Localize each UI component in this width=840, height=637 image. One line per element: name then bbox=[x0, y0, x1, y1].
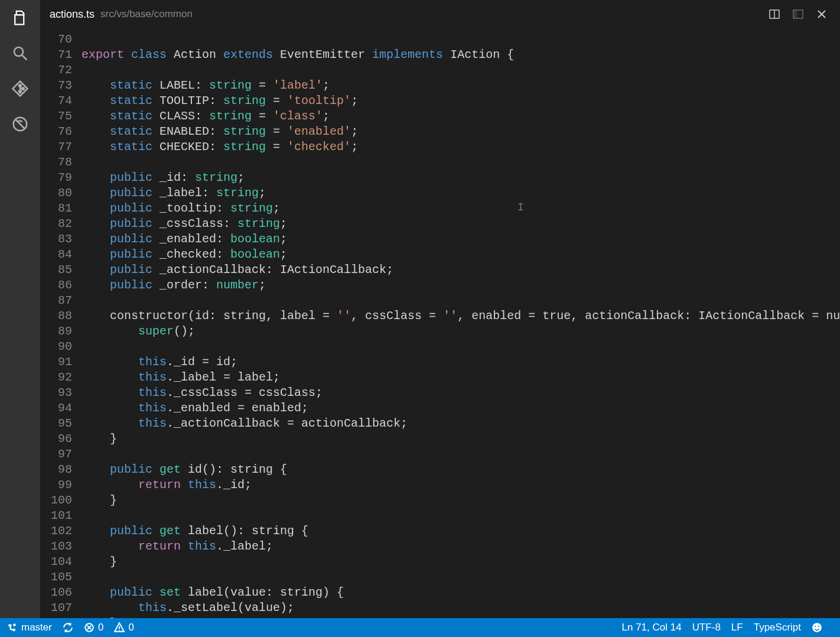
eol[interactable]: LF bbox=[731, 622, 743, 633]
error-count: 0 bbox=[98, 622, 103, 633]
toggle-sidebar-icon[interactable] bbox=[789, 5, 807, 23]
language-mode[interactable]: TypeScript bbox=[754, 622, 801, 633]
line-number-gutter: 7071727374757677787980818283848586878889… bbox=[40, 28, 82, 618]
cursor-position[interactable]: Ln 71, Col 14 bbox=[622, 622, 682, 633]
svg-point-0 bbox=[14, 47, 23, 56]
editor-title-bar: actions.ts src/vs/base/common bbox=[40, 0, 840, 28]
sync-icon[interactable] bbox=[63, 622, 73, 633]
svg-point-21 bbox=[815, 626, 816, 627]
svg-rect-12 bbox=[793, 10, 797, 18]
encoding[interactable]: UTF-8 bbox=[692, 622, 721, 633]
svg-point-20 bbox=[812, 623, 822, 632]
explorer-icon[interactable] bbox=[11, 8, 30, 27]
search-icon[interactable] bbox=[11, 44, 30, 63]
svg-point-22 bbox=[818, 626, 819, 627]
warnings-item[interactable]: 0 bbox=[114, 622, 134, 633]
git-branch-item[interactable]: master bbox=[7, 622, 52, 633]
status-bar: master 0 0 Ln 71, Col 14 UTF-8 LF TypeSc… bbox=[0, 618, 840, 637]
code-editor[interactable]: 7071727374757677787980818283848586878889… bbox=[40, 28, 840, 618]
errors-item[interactable]: 0 bbox=[84, 622, 103, 633]
code-content[interactable]: export class Action extends EventEmitter… bbox=[82, 28, 840, 618]
debug-icon[interactable] bbox=[11, 115, 30, 134]
git-icon[interactable] bbox=[11, 79, 30, 98]
close-icon[interactable] bbox=[813, 5, 831, 23]
feedback-icon[interactable] bbox=[812, 622, 822, 633]
file-name: actions.ts bbox=[50, 8, 95, 21]
warning-count: 0 bbox=[128, 622, 134, 633]
svg-point-19 bbox=[119, 630, 121, 631]
branch-name: master bbox=[21, 622, 52, 633]
split-editor-icon[interactable] bbox=[766, 5, 783, 23]
svg-line-1 bbox=[22, 56, 27, 60]
file-path: src/vs/base/common bbox=[100, 8, 193, 20]
activity-bar bbox=[0, 0, 40, 618]
